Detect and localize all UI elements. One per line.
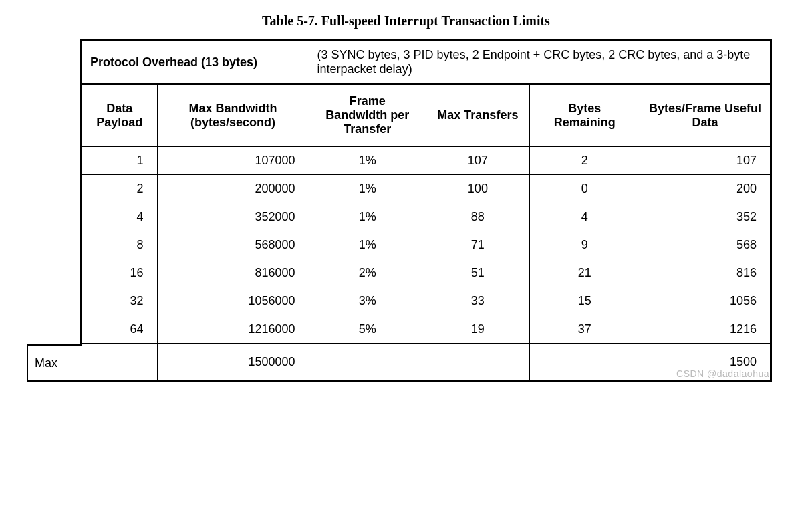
cell-bw: 1500000 <box>157 344 309 381</box>
cell-xfer: 107 <box>426 146 529 175</box>
cell-frame <box>309 344 426 381</box>
cell-bw: 352000 <box>157 203 309 231</box>
limits-table: Protocol Overhead (13 bytes) (3 SYNC byt… <box>80 39 772 382</box>
cell-payload: 4 <box>82 203 158 231</box>
cell-remain <box>529 344 640 381</box>
table-row: 16 816000 2% 51 21 816 <box>82 259 771 287</box>
table-row: 64 1216000 5% 19 37 1216 <box>82 315 771 344</box>
cell-xfer: 33 <box>426 287 529 315</box>
cell-payload: 32 <box>82 287 158 315</box>
col-frame-bandwidth: Frame Bandwidth per Transfer <box>309 84 426 147</box>
cell-xfer: 19 <box>426 315 529 344</box>
cell-frame: 3% <box>309 287 426 315</box>
table-row: 2 200000 1% 100 0 200 <box>82 175 771 203</box>
cell-frame: 5% <box>309 315 426 344</box>
overhead-label: Protocol Overhead (13 bytes) <box>82 41 309 84</box>
cell-xfer: 88 <box>426 203 529 231</box>
cell-payload: 16 <box>82 259 158 287</box>
cell-frame: 1% <box>309 175 426 203</box>
col-max-transfers: Max Transfers <box>426 84 529 147</box>
cell-xfer: 71 <box>426 231 529 259</box>
cell-useful: 1056 <box>640 287 771 315</box>
cell-remain: 9 <box>529 231 640 259</box>
col-bytes-frame-useful: Bytes/Frame Useful Data <box>640 84 771 147</box>
table-title: Table 5-7. Full-speed Interrupt Transact… <box>27 13 785 29</box>
cell-frame: 1% <box>309 203 426 231</box>
col-bytes-remaining: Bytes Remaining <box>529 84 640 147</box>
col-max-bandwidth: Max Bandwidth (bytes/second) <box>157 84 309 147</box>
table-wrap: Max Protocol Overhead (13 bytes) (3 SYNC… <box>80 39 772 382</box>
cell-bw: 816000 <box>157 259 309 287</box>
cell-remain: 15 <box>529 287 640 315</box>
cell-xfer: 51 <box>426 259 529 287</box>
column-headers: Data Payload Max Bandwidth (bytes/second… <box>82 84 771 147</box>
cell-frame: 1% <box>309 146 426 175</box>
cell-useful: 352 <box>640 203 771 231</box>
cell-remain: 37 <box>529 315 640 344</box>
table-row-max: 1500000 1500 <box>82 344 771 381</box>
cell-remain: 4 <box>529 203 640 231</box>
cell-bw: 1056000 <box>157 287 309 315</box>
cell-payload: 1 <box>82 146 158 175</box>
cell-bw: 107000 <box>157 146 309 175</box>
table-row: 1 107000 1% 107 2 107 <box>82 146 771 175</box>
max-row-label: Max <box>27 344 82 382</box>
cell-payload <box>82 344 158 381</box>
cell-remain: 0 <box>529 175 640 203</box>
cell-payload: 8 <box>82 231 158 259</box>
overhead-row: Protocol Overhead (13 bytes) (3 SYNC byt… <box>82 41 771 84</box>
cell-useful: 107 <box>640 146 771 175</box>
cell-useful: 200 <box>640 175 771 203</box>
table-row: 8 568000 1% 71 9 568 <box>82 231 771 259</box>
cell-useful: 1500 <box>640 344 771 381</box>
cell-useful: 816 <box>640 259 771 287</box>
col-data-payload: Data Payload <box>82 84 158 147</box>
cell-xfer <box>426 344 529 381</box>
cell-useful: 568 <box>640 231 771 259</box>
cell-useful: 1216 <box>640 315 771 344</box>
cell-frame: 1% <box>309 231 426 259</box>
cell-remain: 21 <box>529 259 640 287</box>
table-row: 4 352000 1% 88 4 352 <box>82 203 771 231</box>
cell-bw: 568000 <box>157 231 309 259</box>
cell-payload: 64 <box>82 315 158 344</box>
cell-bw: 200000 <box>157 175 309 203</box>
cell-bw: 1216000 <box>157 315 309 344</box>
table-row: 32 1056000 3% 33 15 1056 <box>82 287 771 315</box>
overhead-desc: (3 SYNC bytes, 3 PID bytes, 2 Endpoint +… <box>309 41 771 84</box>
cell-xfer: 100 <box>426 175 529 203</box>
cell-remain: 2 <box>529 146 640 175</box>
cell-frame: 2% <box>309 259 426 287</box>
cell-payload: 2 <box>82 175 158 203</box>
